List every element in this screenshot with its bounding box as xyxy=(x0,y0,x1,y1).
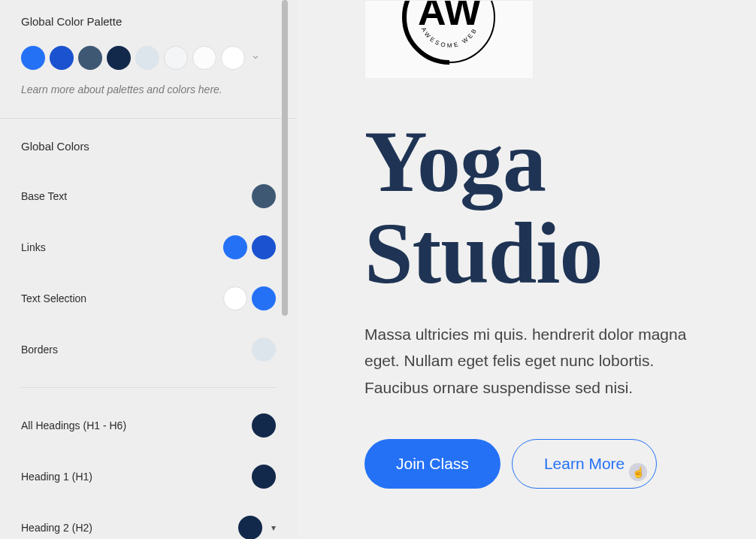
hero-description: Massa ultricies mi quis. hendrerit dolor… xyxy=(364,321,696,401)
color-label: Text Selection xyxy=(21,292,86,304)
text-selection-swatch-2[interactable] xyxy=(252,286,276,310)
palette-swatch-2[interactable] xyxy=(50,46,74,70)
global-color-palette-section: Global Color Palette Learn more about pa… xyxy=(0,0,297,118)
hero-title: Yoga Studio xyxy=(364,117,726,300)
color-row-links: Links xyxy=(21,222,276,273)
color-label: Heading 1 (H1) xyxy=(21,471,92,483)
color-label: Heading 2 (H2) xyxy=(21,522,92,534)
palette-swatch-3[interactable] xyxy=(78,46,102,70)
palette-swatch-5[interactable] xyxy=(135,46,159,70)
color-label: Borders xyxy=(21,344,58,356)
global-colors-title: Global Colors xyxy=(21,140,276,153)
heading-2-swatch[interactable] xyxy=(238,516,262,539)
color-row-borders: Borders xyxy=(21,324,276,375)
palette-swatch-row xyxy=(21,46,276,70)
caret-down-icon[interactable]: ▾ xyxy=(271,522,276,533)
palette-swatch-7[interactable] xyxy=(192,46,216,70)
preview-pane: AW AWESOME WEB Yoga Studio Massa ultrici… xyxy=(297,0,756,539)
links-swatch-2[interactable] xyxy=(252,235,276,259)
divider xyxy=(21,387,276,388)
palette-title: Global Color Palette xyxy=(21,15,276,28)
chevron-down-icon[interactable] xyxy=(251,51,260,65)
button-row: Join Class Learn More xyxy=(364,439,726,489)
palette-swatch-8[interactable] xyxy=(221,46,245,70)
join-class-button[interactable]: Join Class xyxy=(364,439,500,489)
palette-swatch-4[interactable] xyxy=(107,46,131,70)
color-row-heading-2: Heading 2 (H2) ▾ xyxy=(21,502,276,539)
settings-sidebar: Global Color Palette Learn more about pa… xyxy=(0,0,297,539)
color-row-base-text: Base Text xyxy=(21,171,276,222)
global-colors-section: Global Colors Base Text Links Text Selec… xyxy=(0,119,297,539)
color-label: Links xyxy=(21,241,46,253)
base-text-swatch[interactable] xyxy=(252,184,276,208)
palette-swatch-1[interactable] xyxy=(21,46,45,70)
borders-swatch[interactable] xyxy=(252,338,276,362)
text-selection-swatch-1[interactable] xyxy=(223,286,247,310)
color-label: All Headings (H1 - H6) xyxy=(21,419,126,432)
heading-1-swatch[interactable] xyxy=(252,465,276,489)
site-logo: AW AWESOME WEB xyxy=(364,0,534,79)
palette-hint[interactable]: Learn more about palettes and colors her… xyxy=(21,83,276,95)
scrollbar[interactable] xyxy=(282,0,288,316)
color-row-all-headings: All Headings (H1 - H6) xyxy=(21,400,276,451)
palette-swatch-6[interactable] xyxy=(164,46,188,70)
color-label: Base Text xyxy=(21,190,67,202)
learn-more-button[interactable]: Learn More xyxy=(512,439,657,489)
color-row-text-selection: Text Selection xyxy=(21,273,276,324)
color-row-heading-1: Heading 1 (H1) xyxy=(21,451,276,502)
all-headings-swatch[interactable] xyxy=(252,413,276,438)
links-swatch-1[interactable] xyxy=(223,235,247,259)
